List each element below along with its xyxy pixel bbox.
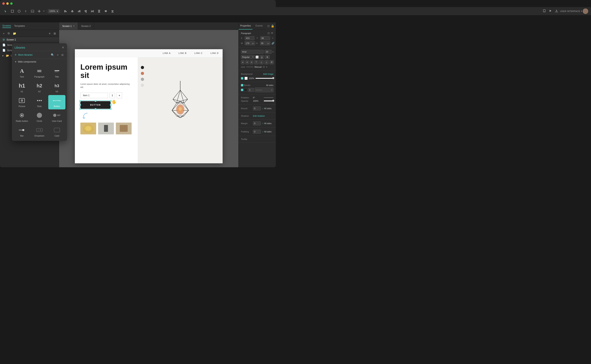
- border-color-swatch[interactable]: [244, 88, 247, 91]
- handle-tm[interactable]: [95, 100, 96, 102]
- duplicate-icon[interactable]: ⧉: [7, 31, 11, 36]
- y-input[interactable]: [260, 36, 270, 40]
- component-user-card[interactable]: User Card: [48, 110, 65, 124]
- screen-1-item[interactable]: 🖥 Screen 1: [0, 37, 59, 42]
- position-icon[interactable]: +: [272, 37, 273, 39]
- align-left-btn[interactable]: ≡: [241, 60, 244, 64]
- line-mode-icon[interactable]: ⊡: [263, 65, 265, 68]
- thumb-1[interactable]: [80, 123, 96, 134]
- border-color-checkbox[interactable]: ✓: [241, 89, 243, 91]
- width-input[interactable]: [245, 41, 252, 45]
- align-center-v-tool[interactable]: [103, 9, 109, 14]
- screen-2-tab[interactable]: Screen 2: [78, 22, 94, 30]
- component-text[interactable]: A Text: [13, 65, 31, 80]
- component-h3[interactable]: h3 h3: [48, 80, 65, 95]
- lock-ratio-icon[interactable]: 🔗: [271, 42, 275, 45]
- height-unit[interactable]: px: [267, 42, 270, 45]
- component-bar[interactable]: Bar: [13, 124, 31, 139]
- dark-button[interactable]: BUTTON: [80, 101, 111, 109]
- bg-opacity-slider[interactable]: [255, 78, 273, 79]
- zoom-selector[interactable]: 100% ▾: [48, 9, 59, 13]
- text-tool[interactable]: T: [23, 9, 29, 14]
- component-picture[interactable]: 🖼 Picture: [13, 95, 31, 109]
- component-dropdown[interactable]: — ▾ Dropdown: [31, 124, 48, 139]
- width-unit[interactable]: px: [252, 42, 255, 45]
- align-bottom-tool[interactable]: [109, 9, 115, 14]
- line-icon-2[interactable]: ≡: [266, 65, 267, 68]
- lock-icon[interactable]: ⊡: [268, 32, 270, 35]
- events-tab[interactable]: Events: [253, 22, 266, 30]
- align-center-h-tool[interactable]: [69, 9, 75, 14]
- list-btn[interactable]: ☰: [269, 60, 274, 64]
- padding-input[interactable]: [253, 130, 261, 134]
- bg-color-swatch[interactable]: [244, 77, 248, 80]
- close-button[interactable]: [2, 2, 5, 5]
- folder-icon[interactable]: 📁: [12, 31, 17, 36]
- add-tool[interactable]: [36, 9, 42, 14]
- align-middle-btn[interactable]: ⊥: [259, 60, 264, 64]
- component-card[interactable]: Card: [48, 124, 65, 139]
- border-style-select[interactable]: —— ▾: [255, 88, 273, 92]
- lib-add-btn[interactable]: +: [14, 53, 17, 57]
- nav-link-b[interactable]: LINK B: [179, 52, 187, 54]
- font-style-select[interactable]: Regular ▾: [241, 55, 255, 59]
- minimize-button[interactable]: [6, 2, 9, 5]
- list-view-icon[interactable]: ≡: [48, 31, 51, 36]
- nav-link-a[interactable]: LINK A: [163, 52, 171, 54]
- handle-ml[interactable]: [79, 104, 81, 106]
- grid-view-icon[interactable]: ⊞: [53, 31, 57, 36]
- handle-bm[interactable]: [95, 108, 96, 110]
- lib-search-icon[interactable]: 🔍: [50, 53, 55, 57]
- lib-more-btn[interactable]: More libraries: [18, 53, 33, 56]
- handle-mr[interactable]: [110, 104, 112, 106]
- item-count[interactable]: 1: [109, 93, 115, 98]
- handle-tl[interactable]: [79, 100, 81, 102]
- select-tool[interactable]: [3, 9, 9, 14]
- tab-close-icon[interactable]: ✕: [73, 25, 75, 27]
- web-components-header[interactable]: ▼ Web components: [12, 59, 67, 65]
- component-h2[interactable]: h2 h2: [31, 80, 48, 95]
- handle-bl[interactable]: [79, 108, 81, 110]
- component-h1[interactable]: h1 h1: [13, 80, 31, 95]
- bg-checkbox[interactable]: ✓: [241, 77, 243, 79]
- height-input[interactable]: [260, 41, 267, 45]
- x-input[interactable]: [245, 36, 255, 40]
- thumb-3[interactable]: [116, 123, 132, 134]
- item-input[interactable]: Item 1: [80, 93, 108, 98]
- strikethrough-btn[interactable]: S: [265, 55, 270, 59]
- distribute-v-tool[interactable]: [96, 9, 102, 14]
- add-image-link[interactable]: Add image: [263, 73, 273, 75]
- handle-br[interactable]: [110, 108, 112, 110]
- panel-icon-1[interactable]: ⊡: [267, 24, 270, 27]
- lib-grid-icon[interactable]: ⊞: [61, 53, 64, 57]
- libraries-close-btn[interactable]: ✕: [62, 46, 64, 49]
- color-swatch-small[interactable]: [255, 55, 259, 59]
- component-dots[interactable]: Dots: [31, 95, 48, 109]
- nav-link-c[interactable]: LINK C: [195, 52, 202, 54]
- component-circle[interactable]: Circle: [31, 110, 48, 124]
- border-width-input[interactable]: [248, 88, 254, 92]
- component-paragraph[interactable]: Paragraph: [31, 65, 48, 80]
- edit-shadow-link[interactable]: Edit shadow: [253, 115, 265, 117]
- underline-btn[interactable]: U: [259, 55, 264, 59]
- screens-tab[interactable]: Screens: [2, 24, 11, 28]
- component-radio-button[interactable]: Radio button: [13, 110, 31, 124]
- align-left-tool[interactable]: [63, 9, 68, 14]
- handle-tr[interactable]: [110, 100, 112, 102]
- align-top-btn[interactable]: ⊤: [254, 60, 258, 64]
- round-input[interactable]: [253, 106, 261, 110]
- image-tool[interactable]: [30, 9, 35, 14]
- properties-tab[interactable]: Properties: [239, 22, 253, 30]
- align-top-tool[interactable]: [83, 9, 89, 14]
- add-screen-icon[interactable]: +: [2, 31, 6, 36]
- distribute-h-tool[interactable]: [89, 9, 95, 14]
- align-center-btn[interactable]: ≡: [245, 60, 249, 64]
- maximize-button[interactable]: [10, 2, 13, 5]
- nav-link-d[interactable]: LINK D: [211, 52, 219, 54]
- align-bottom-btn[interactable]: ⊥: [264, 60, 269, 64]
- item-plus[interactable]: +: [117, 92, 122, 98]
- eye-icon[interactable]: 👁: [271, 32, 273, 35]
- screen-1-tab[interactable]: Screen 1 ✕: [59, 22, 78, 30]
- panel-icon-2[interactable]: 🔒: [271, 24, 274, 27]
- border-checkbox[interactable]: ✓: [241, 84, 243, 86]
